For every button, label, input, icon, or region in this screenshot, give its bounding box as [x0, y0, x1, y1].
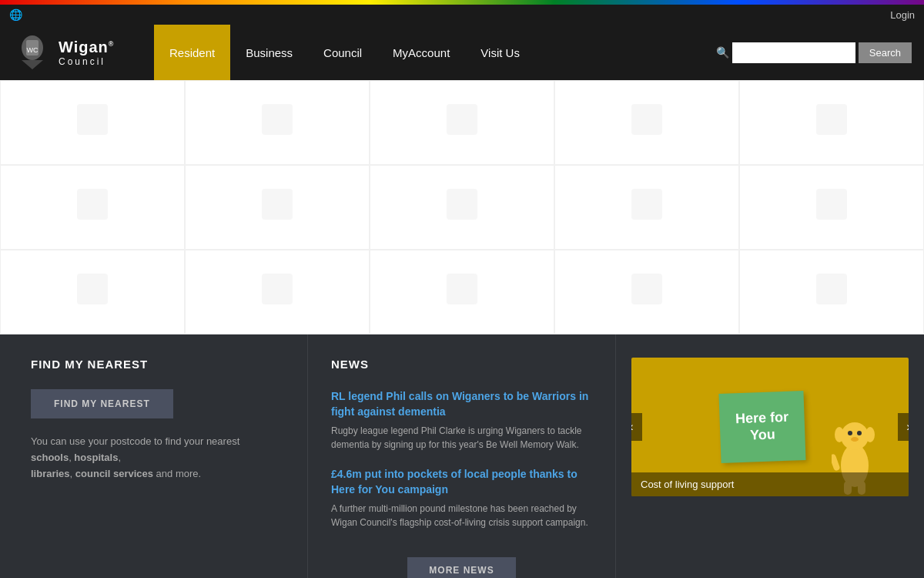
svg-rect-14: [832, 453, 841, 471]
find-nearest-hospitals-link[interactable]: hospitals: [74, 452, 118, 463]
carousel-section: Here forYou: [616, 334, 924, 578]
service-item[interactable]: [185, 250, 370, 334]
find-nearest-libraries-link[interactable]: libraries: [31, 468, 70, 479]
news-section: NEWS RL legend Phil calls on Wiganers to…: [308, 334, 616, 578]
svg-point-8: [857, 431, 862, 435]
svg-point-11: [865, 427, 875, 442]
service-item[interactable]: [185, 165, 370, 250]
find-nearest-section: FIND MY NEAREST FIND MY NEAREST You can …: [0, 334, 308, 578]
logo-council: Council: [59, 56, 114, 67]
svg-point-7: [848, 431, 852, 435]
more-news-button[interactable]: MORE NEWS: [407, 557, 515, 578]
nav-link-resident[interactable]: Resident: [154, 25, 230, 80]
service-item[interactable]: [739, 80, 924, 165]
svg-point-9: [851, 437, 859, 442]
logo-wigan: Wigan®: [59, 39, 114, 56]
carousel-post-it: Here forYou: [718, 391, 805, 463]
svg-text:WC: WC: [27, 46, 38, 54]
service-item[interactable]: [0, 250, 185, 334]
search-icon: 🔍: [716, 46, 729, 59]
nav-links: Resident Business Council MyAccount Visi…: [154, 25, 704, 80]
carousel-next-button[interactable]: ›: [898, 413, 909, 441]
news-item-2: £4.6m put into pockets of local people t…: [331, 467, 592, 529]
service-item[interactable]: [739, 165, 924, 250]
service-item[interactable]: [370, 165, 554, 250]
news-item-2-title[interactable]: £4.6m put into pockets of local people t…: [331, 467, 592, 497]
news-item-2-body: A further multi-million pound milestone …: [331, 502, 592, 529]
service-item[interactable]: [554, 250, 739, 334]
service-item[interactable]: [554, 165, 739, 250]
nav-link-business[interactable]: Business: [230, 25, 308, 80]
svg-marker-2: [22, 60, 43, 69]
svg-point-6: [841, 422, 869, 450]
login-link[interactable]: Login: [890, 9, 915, 21]
nav-link-visit-us[interactable]: Visit Us: [465, 25, 535, 80]
find-nearest-button[interactable]: FIND MY NEAREST: [31, 389, 173, 418]
utility-bar: 🌐 Login: [0, 5, 924, 25]
carousel-caption: Cost of living support: [631, 472, 909, 496]
logo-crest: WC: [12, 32, 52, 72]
carousel-container: Here forYou: [631, 358, 909, 578]
nav-link-council[interactable]: Council: [308, 25, 377, 80]
news-item-1-title[interactable]: RL legend Phil calls on Wiganers to be W…: [331, 389, 592, 419]
search-area: 🔍 Search: [704, 42, 924, 63]
carousel-image: Here forYou: [631, 358, 909, 496]
carousel-prev-button[interactable]: ‹: [631, 413, 642, 441]
news-item-1: RL legend Phil calls on Wiganers to be W…: [331, 389, 592, 452]
service-item[interactable]: [0, 165, 185, 250]
find-nearest-schools-link[interactable]: schools: [31, 452, 69, 463]
svg-point-10: [835, 427, 844, 442]
find-nearest-title: FIND MY NEAREST: [31, 358, 276, 371]
search-button[interactable]: Search: [859, 42, 912, 63]
search-input[interactable]: [732, 42, 855, 63]
find-nearest-description: You can use your postcode to find your n…: [31, 434, 276, 482]
service-item[interactable]: [185, 80, 370, 165]
service-item[interactable]: [0, 80, 185, 165]
service-item[interactable]: [370, 250, 554, 334]
nav-link-myaccount[interactable]: MyAccount: [377, 25, 465, 80]
logo-area: WC Wigan® Council: [0, 26, 154, 79]
service-item[interactable]: [554, 80, 739, 165]
globe-icon: 🌐: [9, 8, 22, 21]
service-item[interactable]: [739, 250, 924, 334]
news-item-1-body: Rugby league legend Phil Clarke is urgin…: [331, 424, 592, 452]
service-grid: [0, 80, 924, 334]
find-nearest-council-services-link[interactable]: council services: [75, 468, 153, 479]
service-item[interactable]: [370, 80, 554, 165]
bottom-sections: FIND MY NEAREST FIND MY NEAREST You can …: [0, 334, 924, 578]
main-nav: WC Wigan® Council Resident Business Coun…: [0, 25, 924, 80]
news-title: NEWS: [331, 358, 592, 371]
logo-text: Wigan® Council: [59, 39, 114, 67]
